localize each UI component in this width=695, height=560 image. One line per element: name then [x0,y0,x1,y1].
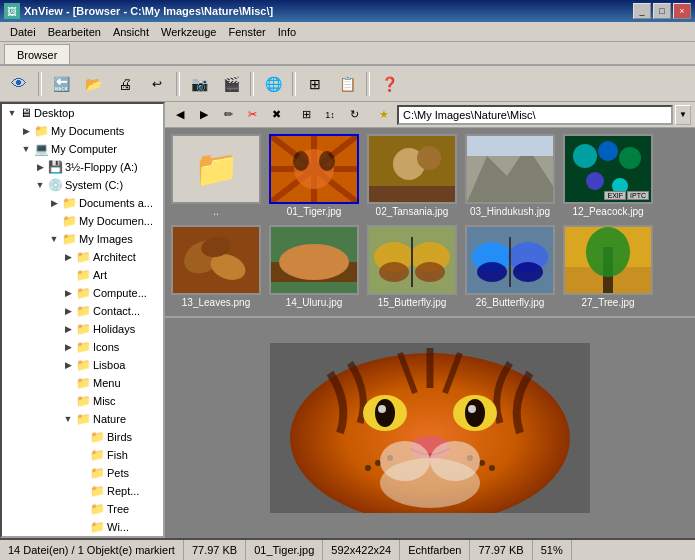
expander-lisboa[interactable]: ▶ [60,357,76,373]
tree-item-lisboa[interactable]: ▶ 📁 Lisboa [2,356,163,374]
thumb-parent-folder[interactable]: 📁 .. [169,132,263,219]
menu-werkzeuge[interactable]: Werkzeuge [155,24,222,40]
minimize-button[interactable]: _ [633,3,651,19]
expander-icons[interactable]: ▶ [60,339,76,355]
thumb-leaves[interactable]: 13_Leaves.png [169,223,263,310]
tree-item-desktop[interactable]: ▼ 🖥 Desktop [2,104,163,122]
expander-mydocs[interactable]: ▶ [18,123,34,139]
tree-item-compute[interactable]: ▶ 📁 Compute... [2,284,163,302]
expander-art[interactable] [60,267,76,283]
parent-folder-icon: 📁 [194,148,239,190]
expander-menu[interactable] [60,375,76,391]
thumb-peacock[interactable]: EXIF IPTC 12_Peacock.jpg [561,132,655,219]
menu-info[interactable]: Info [272,24,302,40]
tree-item-icons[interactable]: ▶ 📁 Icons [2,338,163,356]
addr-delete[interactable]: ✖ [265,105,287,125]
tb-clipboard[interactable]: 📋 [332,70,362,98]
expander-contact[interactable]: ▶ [60,303,76,319]
tree-item-nature[interactable]: ▼ 📁 Nature [2,410,163,428]
tree-item-contact[interactable]: ▶ 📁 Contact... [2,302,163,320]
expander-birds[interactable] [74,429,90,445]
expander-systemc[interactable]: ▼ [32,177,48,193]
tb-camera[interactable]: 📷 [184,70,214,98]
close-button[interactable]: × [673,3,691,19]
expander-mydocs2[interactable] [46,213,62,229]
addr-back[interactable]: ◀ [169,105,191,125]
menu-bearbeiten[interactable]: Bearbeiten [42,24,107,40]
expander-compute[interactable]: ▶ [60,285,76,301]
tree-item-mydocs2[interactable]: 📁 My Documen... [2,212,163,230]
tree-item-rept[interactable]: 📁 Rept... [2,482,163,500]
tree-item-pets[interactable]: 📁 Pets [2,464,163,482]
thumb-butterfly2[interactable]: 26_Butterfly.jpg [463,223,557,310]
tree-item-birds[interactable]: 📁 Birds [2,428,163,446]
tree-item-menu[interactable]: 📁 Menu [2,374,163,392]
addr-sort[interactable]: 1↕ [319,105,341,125]
tree-item-architect[interactable]: ▶ 📁 Architect [2,248,163,266]
expander-tree[interactable] [74,501,90,517]
expander-docsa[interactable]: ▶ [46,195,62,211]
tree-item-wi[interactable]: 📁 Wi... [2,518,163,536]
tree-item-holidays[interactable]: ▶ 📁 Holidays [2,320,163,338]
addr-refresh[interactable]: ↻ [343,105,365,125]
tree-hscrollbar[interactable] [2,536,163,538]
thumb-tansania[interactable]: 02_Tansania.jpg [365,132,459,219]
tab-browser[interactable]: Browser [4,44,70,64]
addr-dropdown[interactable]: ▼ [675,105,691,125]
tb-help[interactable]: ❓ [374,70,404,98]
expander-rept[interactable] [74,483,90,499]
tree-item-misc[interactable]: 📁 Misc [2,392,163,410]
addr-edit[interactable]: ✏ [217,105,239,125]
expander-floppy[interactable]: ▶ [32,159,48,175]
tree-item-art[interactable]: 📁 Art [2,266,163,284]
expander-fish[interactable] [74,447,90,463]
tree-item-myimages[interactable]: ▼ 📁 My Images [2,230,163,248]
tree-label-birds: Birds [107,431,132,443]
tb-open[interactable]: 📂 [78,70,108,98]
tb-grid[interactable]: ⊞ [300,70,330,98]
menu-fenster[interactable]: Fenster [222,24,271,40]
address-input[interactable] [397,105,673,125]
expander-holidays[interactable]: ▶ [60,321,76,337]
tb-icon-eye[interactable]: 👁 [4,70,34,98]
expander-wi[interactable] [74,519,90,535]
tb-movie[interactable]: 🎬 [216,70,246,98]
tree-item-systemc[interactable]: ▼ 💿 System (C:) [2,176,163,194]
expander-misc[interactable] [60,393,76,409]
thumb-hindukush[interactable]: 03_Hindukush.jpg [463,132,557,219]
tree-item-fish[interactable]: 📁 Fish [2,446,163,464]
menu-datei[interactable]: Datei [4,24,42,40]
hindukush-thumb-img [467,136,553,202]
expander-nature[interactable]: ▼ [60,411,76,427]
tree-item-docsa[interactable]: ▶ 📁 Documents a... [2,194,163,212]
thumb-butterfly1[interactable]: 15_Butterfly.jpg [365,223,459,310]
tb-web[interactable]: 🌐 [258,70,288,98]
thumbnail-area[interactable]: 📁 .. [165,128,695,318]
addr-forward[interactable]: ▶ [193,105,215,125]
tb-back[interactable]: 🔙 [46,70,76,98]
expander-myimages[interactable]: ▼ [46,231,62,247]
tree-label-pets: Pets [107,467,129,479]
expander-pets[interactable] [74,465,90,481]
tree-scroll[interactable]: ▼ 🖥 Desktop ▶ 📁 My Documents ▼ 💻 My Comp… [2,104,163,536]
tree-item-mydocs[interactable]: ▶ 📁 My Documents [2,122,163,140]
tb-rotate[interactable]: ↩ [142,70,172,98]
menu-ansicht[interactable]: Ansicht [107,24,155,40]
expander-desktop[interactable]: ▼ [4,105,20,121]
addr-view-options[interactable]: ⊞ [295,105,317,125]
thumb-tree[interactable]: 27_Tree.jpg [561,223,655,310]
tree-label-misc: Misc [93,395,116,407]
maximize-button[interactable]: □ [653,3,671,19]
tree-item-floppy[interactable]: ▶ 💾 3½-Floppy (A:) [2,158,163,176]
expander-mycomputer[interactable]: ▼ [18,141,34,157]
addr-star[interactable]: ★ [373,105,395,125]
thumb-tiger[interactable]: 01_Tiger.jpg [267,132,361,219]
addr-cut[interactable]: ✂ [241,105,263,125]
thumb-uluru[interactable]: 14_Uluru.jpg [267,223,361,310]
tb-print[interactable]: 🖨 [110,70,140,98]
tree-item-tree[interactable]: 📁 Tree [2,500,163,518]
tree-item-mycomputer[interactable]: ▼ 💻 My Computer [2,140,163,158]
wi-icon: 📁 [90,520,105,534]
preview-area [165,318,695,538]
expander-architect[interactable]: ▶ [60,249,76,265]
